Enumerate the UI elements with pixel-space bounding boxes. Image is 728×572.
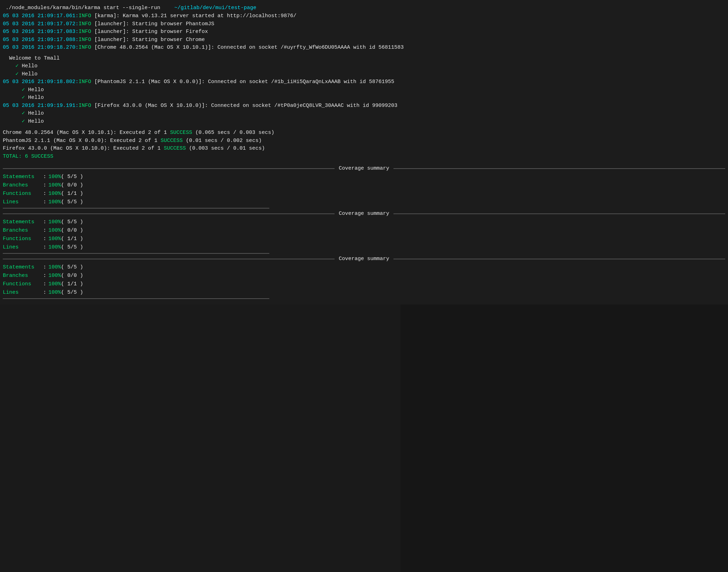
- welcome-title: Welcome to Tmall: [3, 55, 725, 63]
- exec-phantom: PhantomJS 2.1.1 (Mac OS X 0.0.0): Execut…: [3, 137, 725, 145]
- check-3b: ✓ Hello: [3, 118, 725, 126]
- coverage-title-1: Coverage summary: [3, 165, 725, 171]
- log-line-1: 05 03 2016 21:09:17.061:INFO [karma]: Ka…: [3, 12, 725, 20]
- cov-dash-left-2: [3, 213, 335, 214]
- cov-label-branches-1: Branches: [3, 181, 43, 190]
- cov-row-branches-1: Branches : 100% ( 0/0 ): [3, 181, 725, 190]
- cov-val-statements-2: 100%: [48, 218, 61, 226]
- cov-dash-left-1: [3, 168, 335, 169]
- check-1b: ✓ Hello: [3, 70, 725, 79]
- cov-row-branches-3: Branches : 100% ( 0/0 ): [3, 272, 725, 280]
- exec-firefox: Firefox 43.0.0 (Mac OS X 10.10.0): Execu…: [3, 145, 725, 153]
- path-right: ~/gitlab/dev/mui/test-page: [174, 5, 256, 11]
- log-line-5: 05 03 2016 21:09:18.270:INFO [Chrome 48.…: [3, 44, 725, 52]
- check-group2: ✓ Hello ✓ Hello: [3, 86, 725, 102]
- log-lines: 05 03 2016 21:09:17.061:INFO [karma]: Ka…: [3, 12, 725, 52]
- cov-row-lines-2: Lines : 100% ( 5/5 ): [3, 243, 725, 252]
- cov-dash-right-2: [393, 213, 725, 214]
- cov-row-statements-2: Statements : 100% ( 5/5 ): [3, 218, 725, 226]
- cov-val-lines-2: 100%: [48, 243, 61, 252]
- cov-val-functions-2: 100%: [48, 235, 61, 243]
- cov-bottom-sep-1: [3, 208, 269, 209]
- cov-bottom-sep-2: [3, 253, 269, 254]
- cov-bottom-sep-3: [3, 298, 269, 299]
- cov-val-branches-2: 100%: [48, 226, 61, 235]
- cov-row-functions-1: Functions : 100% ( 1/1 ): [3, 190, 725, 198]
- cov-dash-left-3: [3, 259, 335, 259]
- log-line-4: 05 03 2016 21:09:17.088:INFO [launcher]:…: [3, 36, 725, 44]
- cov-val-lines-1: 100%: [48, 198, 61, 206]
- cov-val-branches-1: 100%: [48, 181, 61, 190]
- cov-val-lines-3: 100%: [48, 288, 61, 297]
- cov-title-text-2: Coverage summary: [335, 211, 393, 217]
- cov-label-functions-2: Functions: [3, 235, 43, 243]
- exec-results: Chrome 48.0.2564 (Mac OS X 10.10.1): Exe…: [3, 129, 725, 161]
- cov-label-functions-3: Functions: [3, 280, 43, 288]
- cov-label-statements-2: Statements: [3, 218, 43, 226]
- cov-row-lines-1: Lines : 100% ( 5/5 ): [3, 198, 725, 206]
- log-line-2: 05 03 2016 21:09:17.072:INFO [launcher]:…: [3, 20, 725, 28]
- check-group3: ✓ Hello ✓ Hello: [3, 110, 725, 125]
- cov-row-lines-3: Lines : 100% ( 5/5 ): [3, 288, 725, 297]
- log-line-3: 05 03 2016 21:09:17.083:INFO [launcher]:…: [3, 28, 725, 36]
- path-bar: ./node_modules/karma/bin/karma start --s…: [3, 4, 725, 12]
- cov-row-statements-3: Statements : 100% ( 5/5 ): [3, 263, 725, 272]
- check-3a: ✓ Hello: [3, 110, 725, 118]
- cov-val-branches-3: 100%: [48, 272, 61, 280]
- coverage-block-1: Coverage summary Statements : 100% ( 5/5…: [3, 165, 725, 209]
- total-line: TOTAL: 6 SUCCESS: [3, 153, 725, 161]
- cov-row-functions-2: Functions : 100% ( 1/1 ): [3, 235, 725, 243]
- cov-label-lines-2: Lines: [3, 243, 43, 252]
- check-2b: ✓ Hello: [3, 94, 725, 102]
- cov-row-branches-2: Branches : 100% ( 0/0 ): [3, 226, 725, 235]
- log-line-6: 05 03 2016 21:09:18.802:INFO [PhantomJS …: [3, 78, 725, 86]
- cov-title-text-3: Coverage summary: [335, 256, 393, 262]
- coverage-title-3: Coverage summary: [3, 256, 725, 262]
- cov-row-functions-3: Functions : 100% ( 1/1 ): [3, 280, 725, 288]
- coverage-block-2: Coverage summary Statements : 100% ( 5/5…: [3, 211, 725, 254]
- terminal: ./node_modules/karma/bin/karma start --s…: [0, 0, 728, 305]
- cov-label-functions-1: Functions: [3, 190, 43, 198]
- cov-val-statements-3: 100%: [48, 263, 61, 272]
- cov-title-text-1: Coverage summary: [335, 165, 393, 171]
- exec-chrome: Chrome 48.0.2564 (Mac OS X 10.10.1): Exe…: [3, 129, 725, 137]
- cov-val-statements-1: 100%: [48, 173, 61, 181]
- cov-label-lines-1: Lines: [3, 198, 43, 206]
- check-1a: ✓ Hello: [3, 62, 725, 70]
- log-line-7: 05 03 2016 21:09:19.191:INFO [Firefox 43…: [3, 102, 725, 110]
- cov-label-lines-3: Lines: [3, 288, 43, 297]
- cov-dash-right-1: [393, 168, 725, 169]
- check-2a: ✓ Hello: [3, 86, 725, 94]
- coverage-title-2: Coverage summary: [3, 211, 725, 217]
- cov-label-statements-1: Statements: [3, 173, 43, 181]
- coverage-blocks: Coverage summary Statements : 100% ( 5/5…: [3, 165, 725, 299]
- cov-label-statements-3: Statements: [3, 263, 43, 272]
- cov-val-functions-1: 100%: [48, 190, 61, 198]
- welcome-section: Welcome to Tmall ✓ Hello ✓ Hello: [3, 55, 725, 79]
- cov-row-statements-1: Statements : 100% ( 5/5 ): [3, 173, 725, 181]
- cov-label-branches-2: Branches: [3, 226, 43, 235]
- path-left: ./node_modules/karma/bin/karma start --s…: [6, 5, 160, 11]
- cov-dash-right-3: [393, 259, 725, 259]
- coverage-block-3: Coverage summary Statements : 100% ( 5/5…: [3, 256, 725, 299]
- cov-val-functions-3: 100%: [48, 280, 61, 288]
- cov-label-branches-3: Branches: [3, 272, 43, 280]
